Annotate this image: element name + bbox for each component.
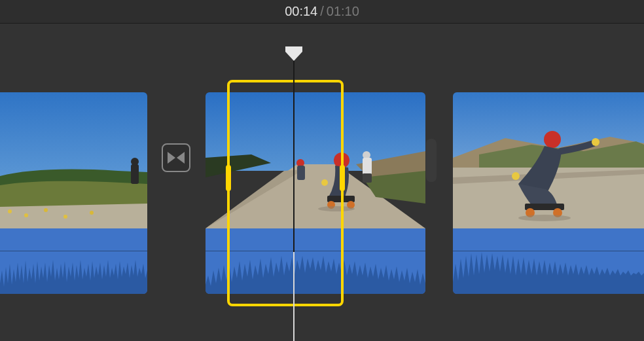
clip-edge-handle[interactable]	[426, 139, 437, 182]
svg-point-5	[24, 213, 28, 217]
timeline[interactable]	[0, 24, 644, 341]
clip-3-audio-track[interactable]	[453, 228, 644, 294]
playhead-marker-icon[interactable]	[285, 46, 302, 62]
timecode-current: 00:14	[285, 4, 317, 19]
svg-point-29	[518, 215, 571, 221]
clip-2[interactable]	[206, 92, 425, 294]
svg-point-28	[592, 138, 599, 146]
svg-rect-17	[297, 166, 305, 180]
svg-point-8	[90, 211, 94, 215]
timecode-display: 00:14 / 01:10	[0, 0, 644, 24]
svg-point-14	[318, 206, 355, 211]
svg-point-27	[512, 172, 520, 180]
clip-3-thumbnail	[453, 92, 644, 228]
clip-2-audio-track[interactable]	[206, 228, 425, 294]
svg-point-7	[63, 215, 67, 219]
svg-rect-20	[363, 173, 372, 183]
transition-icon[interactable]	[162, 143, 190, 172]
svg-point-6	[44, 208, 48, 212]
svg-point-4	[8, 209, 12, 213]
timecode-separator: /	[320, 4, 324, 19]
clip-1[interactable]	[0, 92, 147, 294]
svg-point-15	[321, 179, 328, 186]
timecode-total: 01:10	[327, 4, 359, 19]
clip-1-thumbnail	[0, 92, 147, 228]
svg-rect-0	[0, 92, 147, 177]
svg-rect-19	[363, 158, 372, 175]
clip-1-waveform	[0, 251, 147, 294]
svg-rect-2	[131, 164, 139, 184]
clip-2-thumbnail	[206, 92, 425, 228]
clip-1-audio-track[interactable]	[0, 228, 147, 294]
clip-3-waveform	[453, 251, 644, 294]
svg-point-23	[544, 131, 561, 148]
clip-3[interactable]	[453, 92, 644, 294]
svg-point-3	[131, 158, 139, 166]
clip-2-waveform	[206, 251, 425, 294]
